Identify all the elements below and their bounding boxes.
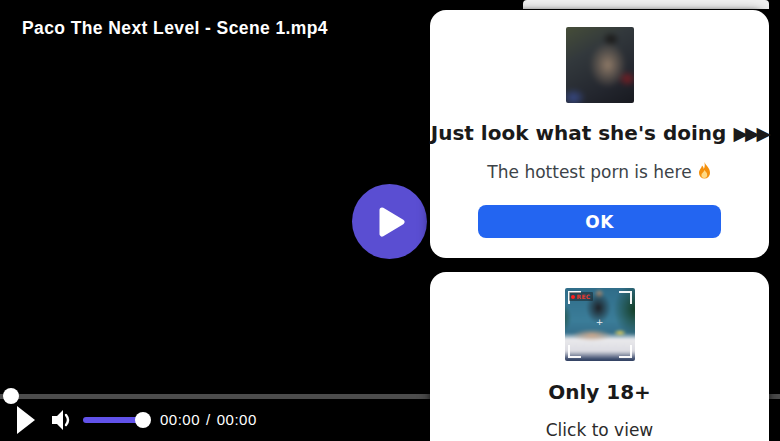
massage-scene-thumbnail[interactable]: REC + (565, 288, 635, 361)
crosshair-icon: + (596, 317, 604, 326)
viewfinder-bracket-icon (619, 345, 632, 358)
rec-dot-icon (571, 295, 575, 299)
ok-button[interactable]: OK (478, 205, 721, 238)
popup-ad-secondary[interactable]: REC + Only 18+ Click to view (430, 272, 769, 441)
current-time: 00:00 (160, 411, 200, 428)
play-button[interactable] (16, 405, 36, 435)
viewfinder-bracket-icon (568, 345, 581, 358)
video-title: Paco The Next Level - Scene 1.mp4 (22, 18, 328, 39)
underlay-ad-box (523, 0, 769, 9)
volume-button[interactable] (50, 407, 74, 433)
webcam-scene-thumbnail[interactable] (566, 27, 634, 103)
popup-heading: Just look what she's doing▶▶▶ (430, 120, 769, 146)
big-play-button[interactable] (352, 184, 427, 259)
popup-heading-text: Just look what she's doing (431, 121, 727, 145)
popup-heading: Only 18+ (430, 379, 769, 405)
thumbnail-image (566, 27, 634, 103)
volume-handle[interactable] (135, 412, 151, 428)
time-separator: / (206, 411, 211, 428)
speaker-icon (50, 407, 74, 433)
viewfinder-bracket-icon (619, 291, 632, 304)
play-icon (379, 207, 405, 237)
rec-label: REC (577, 293, 591, 300)
popup-ad-primary[interactable]: Just look what she's doing▶▶▶ The hottes… (430, 10, 769, 258)
play-icon (16, 405, 36, 435)
underlay-photo-strip (520, 258, 769, 272)
popup-subtitle[interactable]: Click to view (430, 418, 769, 441)
fire-icon (697, 162, 712, 186)
popup-subtitle-text: The hottest porn is here (487, 162, 691, 182)
time-display: 00:00 / 00:00 (160, 411, 257, 428)
forward-arrows-icon: ▶▶▶ (733, 122, 768, 144)
popup-subtitle: The hottest porn is here (430, 160, 769, 186)
progress-handle[interactable] (3, 388, 19, 404)
rec-indicator: REC (569, 292, 593, 301)
page: Paco The Next Level - Scene 1.mp4 00:00 … (0, 0, 780, 441)
duration: 00:00 (217, 411, 257, 428)
